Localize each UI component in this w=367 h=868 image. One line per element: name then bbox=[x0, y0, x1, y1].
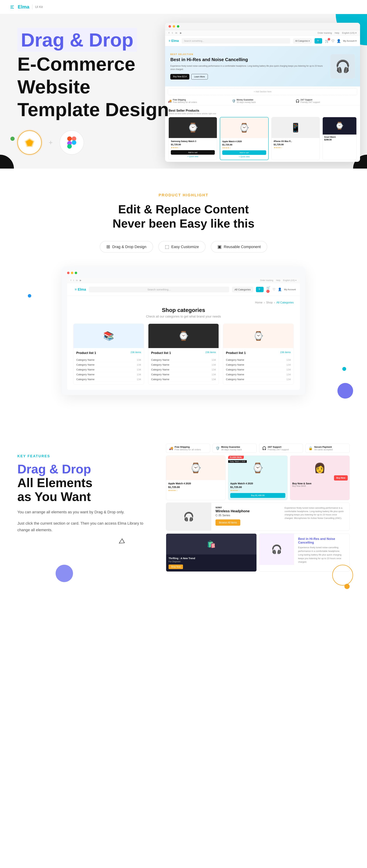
shop-order-tracking[interactable]: Order tracking bbox=[260, 279, 273, 282]
key-features-desc1: You can arrange all elements as you want… bbox=[18, 509, 148, 515]
category-count-2: 236 items bbox=[205, 351, 216, 353]
feature-pill-reusable: ▣ Reusable Component bbox=[211, 241, 267, 253]
reusable-icon: ▣ bbox=[217, 244, 222, 249]
breadcrumb-all[interactable]: All Categories bbox=[276, 301, 294, 304]
sony-card-image: 🎧 bbox=[166, 503, 211, 530]
breadcrumb-home[interactable]: Home bbox=[255, 301, 262, 304]
key-apple-watch-price: $1,725.00 bbox=[168, 486, 223, 489]
shop-browser-dot-yellow bbox=[71, 272, 73, 274]
shop-breadcrumb: Home › Shop › All Categories bbox=[73, 301, 294, 304]
shop-search-bar[interactable]: Search something... bbox=[89, 287, 229, 292]
sony-card-desc-col: Experience finely tuned noise-cancelling… bbox=[280, 503, 349, 530]
shop-search-btn[interactable]: 🔍 bbox=[256, 287, 263, 292]
tools-plus: + bbox=[49, 139, 53, 147]
shop-account-label[interactable]: My Account bbox=[284, 288, 296, 291]
service-badge-support: 🎧 24/7 Support Friendly 24/7 support bbox=[259, 444, 303, 453]
key-service-badges: 🚚 Free Shipping Free delivery for all or… bbox=[166, 444, 349, 453]
key-flash-deal-price: $1,725.00 bbox=[230, 486, 285, 489]
hero-title-line1: Drag & Drop bbox=[18, 28, 137, 52]
key-apple-watch-stars: ★★★★☆ bbox=[168, 489, 223, 492]
thrifting-card: 🛍️ Thrifting : A New Trend For Disposer:… bbox=[166, 533, 257, 572]
cat2-item3[interactable]: Category Name134 bbox=[151, 367, 216, 372]
key-model-btn[interactable]: Buy Now bbox=[334, 475, 348, 480]
category-header-3: Product list 1 236 items bbox=[226, 351, 291, 356]
shop-social-fb: f bbox=[70, 279, 71, 282]
cat3-item3[interactable]: Category Name134 bbox=[226, 367, 291, 372]
hero-title-line3: Website bbox=[18, 76, 349, 97]
key-features-title-normal: All Elements bbox=[18, 476, 148, 490]
cat1-item2[interactable]: Category Name134 bbox=[76, 362, 141, 367]
sony-browse-btn[interactable]: Browse All Items bbox=[216, 519, 240, 526]
category-body-1: Product list 1 236 items Category Name13… bbox=[74, 348, 144, 384]
hero-title-line2: E-Commerce bbox=[18, 54, 349, 74]
cat2-item2[interactable]: Category Name134 bbox=[151, 362, 216, 367]
sketch-badge bbox=[18, 130, 42, 155]
noise-title-normal: Best in bbox=[298, 537, 309, 540]
cat1-item3[interactable]: Category Name134 bbox=[76, 367, 141, 372]
payment-badge-subtitle: All cards accepted bbox=[314, 448, 333, 451]
shop-mock-browser-bar bbox=[67, 272, 300, 274]
key-features-dot-yellow bbox=[344, 584, 349, 589]
sony-model: Wireless Headphone bbox=[216, 509, 276, 513]
support-badge-title: 24/7 Support bbox=[268, 446, 289, 448]
service-badge-guarantee: 🛡️ Money Guarantee 30 days money back bbox=[213, 444, 257, 453]
cat1-item5[interactable]: Category Name134 bbox=[76, 377, 141, 382]
payment-badge-title: Secure Payment bbox=[314, 446, 333, 448]
key-apple-watch-card: ⌚ Apple Watch 4 2020 $1,725.00 ★★★★☆ bbox=[166, 456, 226, 500]
category-image-2: ⌚ bbox=[148, 324, 219, 348]
shop-user-icon[interactable]: 👤 bbox=[278, 287, 282, 291]
category-card-3: ⌚ Product list 1 236 items Category Name… bbox=[223, 323, 294, 385]
cat2-item4[interactable]: Category Name134 bbox=[151, 372, 216, 377]
key-model-body: Buy Now & Save Buy Now $449 bbox=[290, 480, 349, 489]
arrow-decoration: ◁ bbox=[117, 537, 125, 546]
section-circle-blue bbox=[337, 383, 353, 399]
noise-cancelling-card: 🎧 Best in Hi-Res and Noise Cancelling Ex… bbox=[259, 533, 350, 572]
svg-point-4 bbox=[72, 140, 76, 145]
shipping-badge-title: Free Shipping bbox=[175, 446, 201, 448]
key-flash-deal-name: Apple Watch 4 2020 bbox=[230, 482, 285, 485]
cat2-item5[interactable]: Category Name134 bbox=[151, 377, 216, 382]
cat3-item1[interactable]: Category Name134 bbox=[226, 358, 291, 362]
cat3-item2[interactable]: Category Name134 bbox=[226, 362, 291, 367]
category-image-3: ⌚ bbox=[223, 324, 293, 348]
service-badge-shipping: 🚚 Free Shipping Free delivery for all or… bbox=[166, 444, 210, 453]
customize-icon: ⬚ bbox=[165, 244, 169, 249]
shop-help[interactable]: Help bbox=[276, 279, 280, 282]
svg-rect-3 bbox=[67, 144, 72, 149]
cat3-item4[interactable]: Category Name134 bbox=[226, 372, 291, 377]
key-apple-watch-image: ⌚ bbox=[166, 456, 225, 480]
key-flash-deal-image: ⌚ bbox=[228, 456, 287, 480]
highlight-title-line2: Never been Easy like this bbox=[113, 217, 254, 230]
shop-mock-inner: f t in ▶ Order tracking Help English (US… bbox=[67, 278, 300, 390]
shop-category-select[interactable]: All Categories bbox=[232, 287, 253, 292]
key-features-title: Drag & Drop All Elements as You Want bbox=[18, 462, 148, 504]
category-card-1: 📚 Product list 1 236 items Category Name… bbox=[73, 323, 144, 385]
cat3-item5[interactable]: Category Name134 bbox=[226, 377, 291, 382]
shipping-badge-text: Free Shipping Free delivery for all orde… bbox=[175, 446, 201, 451]
category-card-2: ⌚ Product list 1 236 items Category Name… bbox=[148, 323, 219, 385]
hero-tools: + bbox=[18, 130, 349, 155]
shop-social-tw: t bbox=[73, 279, 74, 282]
key-features-section: KEY FEATURES Drag & Drop All Elements as… bbox=[0, 420, 367, 596]
shop-wishlist-icon[interactable]: ♡ bbox=[273, 287, 276, 291]
shop-nav-right: Order tracking Help English (US) ▾ bbox=[84, 279, 297, 282]
header-logo: Elma bbox=[10, 4, 29, 10]
key-flash-deal-btn[interactable]: Buy $1,499.99 bbox=[230, 493, 285, 498]
header: Elma UI Kit bbox=[0, 0, 367, 14]
breadcrumb-shop[interactable]: Shop bbox=[266, 301, 273, 304]
key-features-circle-decoration bbox=[56, 565, 73, 582]
key-flash-deal-card: FLASH DEAL Today Watch 2 2020 ⌚ Apple Wa… bbox=[228, 456, 288, 500]
feature-pill-reusable-label: Reusable Component bbox=[224, 245, 261, 249]
hamburger-icon[interactable] bbox=[10, 5, 16, 9]
cat2-item1[interactable]: Category Name134 bbox=[151, 358, 216, 362]
flash-deal-badge: FLASH DEAL bbox=[228, 456, 244, 459]
cat1-item4[interactable]: Category Name134 bbox=[76, 372, 141, 377]
hero-content: Drag & Drop E-Commerce Website Template … bbox=[0, 14, 367, 168]
shop-lang[interactable]: English (US) ▾ bbox=[283, 279, 297, 282]
cat1-item1[interactable]: Category Name134 bbox=[76, 358, 141, 362]
key-model-name: Buy Now & Save bbox=[292, 482, 347, 485]
thrifting-btn[interactable]: Shop Now bbox=[169, 564, 183, 569]
key-model-card: 👩 Buy Now Buy Now & Save Buy Now $449 bbox=[290, 456, 349, 500]
key-features-text: KEY FEATURES Drag & Drop All Elements as… bbox=[18, 444, 148, 538]
shop-cart-icon[interactable]: 🛒2 bbox=[266, 286, 270, 293]
